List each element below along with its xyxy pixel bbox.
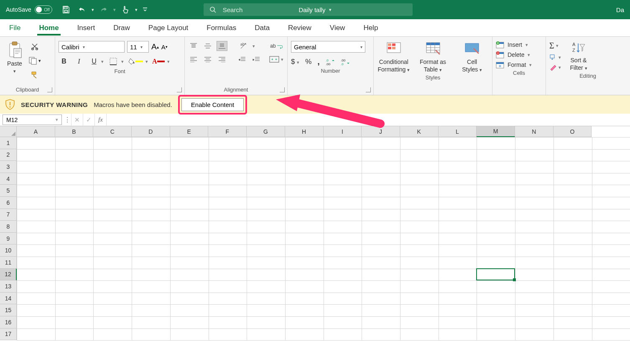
dialog-launcher-icon[interactable] (177, 87, 182, 92)
merge-center-icon[interactable]: ▾ (269, 54, 283, 64)
cut-icon[interactable] (28, 41, 41, 52)
row-header[interactable]: 2 (0, 149, 17, 161)
align-top-icon[interactable] (188, 41, 199, 51)
accounting-format-icon[interactable]: $ ▾ (291, 58, 299, 66)
autosum-icon[interactable]: Σ ▾ (549, 41, 561, 51)
column-header[interactable]: N (515, 126, 553, 137)
borders-dropdown-icon[interactable]: ▾ (121, 59, 124, 64)
align-left-icon[interactable] (188, 54, 199, 64)
tab-home[interactable]: Home (37, 20, 60, 36)
comma-format-icon[interactable]: , (317, 57, 320, 66)
font-name-combo[interactable]: Calibri▾ (59, 41, 125, 53)
format-as-table-button[interactable]: Format asTable ▾ (416, 40, 450, 73)
touch-mode-icon[interactable] (119, 3, 132, 16)
format-painter-icon[interactable] (28, 69, 41, 80)
row-header[interactable]: 14 (0, 293, 17, 305)
redo-icon[interactable] (97, 3, 110, 16)
redo-dropdown-icon[interactable]: ▾ (113, 7, 116, 13)
align-bottom-icon[interactable] (217, 41, 227, 51)
tab-draw[interactable]: Draw (112, 20, 132, 36)
row-header[interactable]: 3 (0, 161, 17, 173)
font-color-dropdown-icon[interactable]: ▾ (167, 59, 170, 64)
column-header[interactable]: B (55, 126, 94, 137)
decrease-font-icon[interactable]: A▾ (161, 43, 168, 51)
fill-handle[interactable] (513, 278, 516, 281)
autosave-toggle[interactable]: AutoSave Off (6, 5, 52, 14)
column-header[interactable]: K (400, 126, 439, 137)
bold-button[interactable]: B (59, 56, 69, 67)
orientation-dropdown-icon[interactable]: ▾ (253, 43, 255, 49)
align-center-icon[interactable] (202, 54, 213, 64)
cancel-formula-icon[interactable]: ✕ (71, 114, 83, 126)
conditional-formatting-button[interactable]: ConditionalFormatting ▾ (377, 40, 411, 73)
align-right-icon[interactable] (217, 54, 227, 64)
row-header[interactable]: 13 (0, 280, 17, 293)
font-size-combo[interactable]: 11▾ (127, 41, 149, 53)
row-header[interactable]: 11 (0, 257, 17, 269)
tab-data[interactable]: Data (253, 20, 271, 36)
enter-formula-icon[interactable]: ✓ (83, 114, 94, 126)
column-header[interactable]: D (132, 126, 170, 137)
tab-help[interactable]: Help (362, 20, 380, 36)
dialog-launcher-icon[interactable] (47, 87, 52, 92)
tab-formulas[interactable]: Formulas (205, 20, 238, 36)
clear-icon[interactable]: ▾ (549, 64, 561, 71)
sort-filter-button[interactable]: AZ Sort &Filter ▾ (565, 41, 592, 71)
decrease-decimal-icon[interactable]: .00.0 (341, 58, 350, 66)
undo-dropdown-icon[interactable]: ▾ (92, 7, 94, 13)
increase-decimal-icon[interactable]: .0.00 (326, 58, 335, 66)
toggle-switch[interactable]: Off (35, 5, 52, 14)
column-header[interactable]: E (170, 126, 209, 137)
workbook-title[interactable]: Daily tally ▾ (298, 6, 331, 13)
column-header[interactable]: C (93, 126, 132, 137)
wrap-text-icon[interactable]: ab (269, 41, 283, 51)
format-cells-button[interactable]: Format ▾ (496, 61, 542, 69)
selected-cell[interactable] (476, 268, 515, 281)
column-header[interactable]: A (17, 126, 55, 137)
font-color-icon[interactable]: A (152, 56, 165, 67)
row-header[interactable]: 1 (0, 137, 17, 149)
fill-icon[interactable]: ▾ (549, 54, 561, 61)
row-header[interactable]: 10 (0, 244, 17, 257)
tab-insert[interactable]: Insert (76, 20, 97, 36)
row-header[interactable]: 4 (0, 173, 17, 185)
tab-review[interactable]: Review (286, 20, 313, 36)
row-header[interactable]: 12 (0, 269, 17, 281)
cells-area[interactable] (17, 137, 630, 340)
fill-color-dropdown-icon[interactable]: ▾ (145, 59, 148, 64)
row-header[interactable]: 15 (0, 304, 17, 316)
cell-styles-button[interactable]: CellStyles ▾ (455, 40, 489, 73)
row-header[interactable]: 7 (0, 209, 17, 221)
tab-page-layout[interactable]: Page Layout (147, 20, 190, 36)
copy-icon[interactable]: ▾ (28, 55, 41, 66)
insert-cells-button[interactable]: Insert ▾ (496, 41, 542, 48)
row-header[interactable]: 9 (0, 233, 17, 245)
increase-indent-icon[interactable] (251, 54, 262, 64)
number-format-combo[interactable]: General▾ (291, 41, 365, 53)
row-header[interactable]: 16 (0, 316, 17, 328)
column-header[interactable]: O (553, 126, 592, 137)
percent-format-icon[interactable]: % (305, 58, 311, 66)
underline-button[interactable]: U (89, 56, 99, 67)
column-header[interactable]: M (477, 126, 515, 137)
italic-button[interactable]: I (74, 56, 84, 67)
chevron-down-icon[interactable]: ▾ (56, 117, 58, 122)
customize-qat-icon[interactable] (141, 3, 149, 16)
insert-function-icon[interactable]: fx (94, 114, 106, 126)
delete-cells-button[interactable]: Delete ▾ (496, 51, 542, 59)
dialog-launcher-icon[interactable] (280, 87, 285, 92)
tab-file[interactable]: File (8, 20, 22, 36)
column-header[interactable]: F (208, 126, 247, 137)
fill-color-icon[interactable] (128, 56, 143, 67)
row-header[interactable]: 5 (0, 185, 17, 197)
tab-view[interactable]: View (328, 20, 347, 36)
underline-dropdown-icon[interactable]: ▾ (101, 59, 104, 64)
row-header[interactable]: 17 (0, 328, 17, 341)
align-middle-icon[interactable] (202, 41, 213, 51)
decrease-indent-icon[interactable] (237, 54, 247, 64)
borders-icon[interactable] (108, 56, 119, 67)
row-header[interactable]: 8 (0, 221, 17, 233)
column-header[interactable]: L (439, 126, 477, 137)
select-all-corner[interactable] (0, 126, 17, 137)
row-header[interactable]: 6 (0, 197, 17, 209)
